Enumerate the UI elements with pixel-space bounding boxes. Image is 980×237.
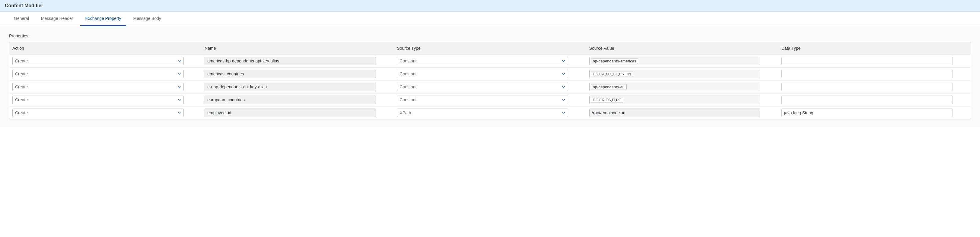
name-input[interactable]: [205, 95, 376, 104]
table-row: CreateConstantbp-dependants-americas: [9, 54, 971, 68]
col-header-action: Action: [10, 42, 202, 54]
properties-table: Action Name Source Type Source Value Dat…: [9, 42, 971, 119]
chevron-down-icon: [562, 111, 565, 115]
source-type-select[interactable]: Constant: [397, 57, 568, 65]
source-type-value: Constant: [399, 97, 416, 102]
source-value-field[interactable]: US,CA,MX,CL,BR,HN: [589, 70, 760, 78]
data-type-input[interactable]: [781, 108, 953, 117]
table-row: CreateConstantbp-dependants-eu: [9, 81, 971, 94]
source-value-tag: bp-dependants-eu: [591, 84, 627, 90]
action-select[interactable]: Create: [13, 108, 184, 117]
action-select[interactable]: Create: [13, 83, 184, 91]
source-value-tag: US,CA,MX,CL,BR,HN: [591, 71, 633, 77]
action-value: Create: [15, 110, 28, 115]
table-row: CreateConstantUS,CA,MX,CL,BR,HN: [9, 68, 971, 81]
chevron-down-icon: [177, 85, 181, 89]
chevron-down-icon: [562, 59, 565, 63]
data-type-input[interactable]: [781, 57, 953, 65]
chevron-down-icon: [177, 72, 181, 76]
action-select[interactable]: Create: [13, 95, 184, 104]
col-header-source-value: Source Value: [586, 42, 778, 54]
source-type-select[interactable]: Constant: [397, 70, 568, 78]
table-row: CreateConstantDE,FR,ES,IT,PT: [9, 94, 971, 107]
action-value: Create: [15, 97, 28, 102]
tabs-container: GeneralMessage HeaderExchange PropertyMe…: [0, 12, 980, 26]
header-bar: Content Modifier: [0, 0, 980, 12]
table-row: CreateXPath: [9, 107, 971, 119]
source-type-value: XPath: [399, 110, 411, 115]
source-type-select[interactable]: XPath: [397, 108, 568, 117]
chevron-down-icon: [562, 72, 565, 76]
action-value: Create: [15, 72, 28, 76]
col-header-data-type: Data Type: [778, 42, 970, 54]
action-value: Create: [15, 84, 28, 89]
chevron-down-icon: [562, 85, 565, 89]
chevron-down-icon: [177, 98, 181, 102]
name-input[interactable]: [205, 108, 376, 117]
name-input[interactable]: [205, 70, 376, 78]
source-value-field[interactable]: DE,FR,ES,IT,PT: [589, 95, 760, 104]
tab-message-header[interactable]: Message Header: [36, 12, 78, 26]
source-type-value: Constant: [399, 84, 416, 89]
source-value-tag: bp-dependants-americas: [591, 58, 638, 64]
source-type-value: Constant: [399, 72, 416, 76]
chevron-down-icon: [177, 111, 181, 115]
source-value-input[interactable]: [589, 108, 760, 117]
tab-exchange-property[interactable]: Exchange Property: [80, 12, 126, 26]
source-value-tag: DE,FR,ES,IT,PT: [591, 97, 624, 103]
source-type-select[interactable]: Constant: [397, 83, 568, 91]
data-type-input[interactable]: [781, 95, 953, 104]
chevron-down-icon: [562, 98, 565, 102]
table-body: CreateConstantbp-dependants-americasCrea…: [9, 54, 971, 119]
source-type-value: Constant: [399, 59, 416, 63]
source-type-select[interactable]: Constant: [397, 95, 568, 104]
tab-message-body[interactable]: Message Body: [129, 12, 166, 26]
data-type-input[interactable]: [781, 83, 953, 91]
action-select[interactable]: Create: [13, 70, 184, 78]
col-header-source-type: Source Type: [394, 42, 586, 54]
name-input[interactable]: [205, 57, 376, 65]
page-title: Content Modifier: [5, 3, 975, 8]
table-header: Action Name Source Type Source Value Dat…: [9, 42, 971, 54]
col-header-name: Name: [202, 42, 394, 54]
chevron-down-icon: [177, 59, 181, 63]
source-value-field[interactable]: bp-dependants-americas: [589, 57, 760, 65]
name-input[interactable]: [205, 83, 376, 91]
properties-label: Properties:: [9, 33, 971, 38]
data-type-input[interactable]: [781, 70, 953, 78]
source-value-field[interactable]: bp-dependants-eu: [589, 83, 760, 91]
action-select[interactable]: Create: [13, 57, 184, 65]
tab-general[interactable]: General: [9, 12, 34, 26]
content-area: Properties: Action Name Source Type Sour…: [0, 26, 980, 127]
action-value: Create: [15, 59, 28, 63]
